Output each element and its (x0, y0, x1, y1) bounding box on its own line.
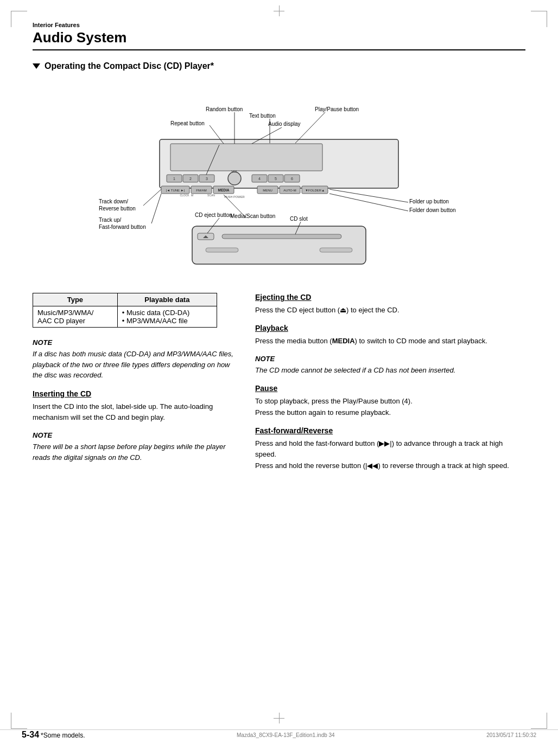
svg-text:VOL: VOL (231, 170, 238, 173)
svg-text:Fast-forward button: Fast-forward button (99, 224, 146, 230)
date-info: 2013/05/17 11:50:32 (486, 732, 536, 738)
svg-text:CD slot: CD slot (290, 216, 308, 222)
corner-mark-br (531, 713, 547, 729)
svg-point-8 (228, 172, 241, 185)
svg-text:CLOCK: CLOCK (180, 194, 189, 197)
svg-text:1: 1 (173, 177, 175, 181)
footnote: *Some models. (41, 732, 85, 739)
svg-text:FM/AM: FM/AM (196, 189, 206, 192)
svg-rect-34 (222, 234, 341, 239)
crosshair-top (274, 5, 284, 16)
svg-text:MEDIA: MEDIA (218, 188, 230, 192)
svg-text:2: 2 (189, 177, 192, 181)
triangle-icon (33, 63, 40, 69)
svg-text:Repeat button: Repeat button (170, 120, 205, 126)
two-col-content: Type Playable data Music/MP3/WMA/AAC CD … (33, 293, 525, 479)
table-row: Music/MP3/WMA/AAC CD player • Music data… (33, 306, 217, 328)
svg-rect-38 (320, 248, 352, 252)
table-header-data: Playable data (117, 293, 217, 306)
svg-text:5: 5 (275, 177, 277, 181)
svg-text:6: 6 (291, 177, 293, 181)
svg-text:Random button: Random button (206, 106, 243, 112)
ejecting-cd-heading: Ejecting the CD (255, 293, 525, 302)
svg-line-55 (151, 194, 161, 223)
left-column: Type Playable data Music/MP3/WMA/AAC CD … (33, 293, 239, 479)
svg-text:|◄ TUNE ►|: |◄ TUNE ►| (166, 189, 185, 192)
page: Interior Features Audio System Operating… (0, 0, 558, 756)
corner-mark-bl (11, 713, 27, 729)
note1-label: NOTE (33, 338, 239, 347)
svg-text:4: 4 (258, 177, 261, 181)
cd-diagram-svg: 1 2 3 VOL 4 5 6 :00 |◄ TUNE ►| (89, 80, 469, 280)
table-cell-type: Music/MP3/WMA/AAC CD player (33, 306, 118, 328)
svg-text:MENU: MENU (263, 189, 272, 192)
svg-text:PUSH POWER: PUSH POWER (224, 195, 245, 198)
pause-body: To stop playback, press the Play/Pause b… (255, 396, 525, 419)
svg-text:M: M (191, 194, 193, 197)
inserting-cd-body: Insert the CD into the slot, label-side … (33, 401, 239, 424)
table-header-type: Type (33, 293, 118, 306)
svg-line-45 (295, 112, 325, 143)
page-number-area: 5-34 *Some models. (22, 730, 85, 740)
fast-forward-reverse-body: Press and hold the fast-forward button (… (255, 438, 525, 472)
svg-text:Audio display: Audio display (268, 121, 300, 127)
svg-text:Folder down button: Folder down button (409, 207, 456, 213)
crosshair-bottom (274, 713, 284, 723)
svg-line-61 (329, 194, 408, 211)
pause-heading: Pause (255, 384, 525, 393)
page-title: Audio System (33, 29, 525, 50)
note2-label: NOTE (33, 431, 239, 439)
corner-mark-tl (11, 11, 27, 27)
fast-forward-reverse-heading: Fast-forward/Reverse (255, 426, 525, 435)
playable-data-table: Type Playable data Music/MP3/WMA/AAC CD … (33, 293, 217, 328)
svg-text:Text button: Text button (249, 113, 276, 119)
file-info: Mazda3_8CX9-EA-13F_Edition1.indb 34 (237, 732, 335, 738)
note3-label: NOTE (255, 355, 525, 363)
svg-text:Reverse button: Reverse button (99, 206, 136, 212)
svg-line-52 (143, 189, 161, 206)
playback-heading: Playback (255, 324, 525, 332)
svg-text:3: 3 (206, 177, 208, 181)
svg-text:AUTO-M: AUTO-M (283, 189, 296, 192)
cd-player-diagram: 1 2 3 VOL 4 5 6 :00 |◄ TUNE ►| (89, 80, 469, 282)
note1-text: If a disc has both music data (CD-DA) an… (33, 349, 239, 381)
svg-text:Play/Pause button: Play/Pause button (315, 106, 359, 112)
svg-text:Track down/: Track down/ (99, 198, 128, 204)
svg-text:Track up/: Track up/ (99, 217, 122, 223)
svg-text:Media/Scan button: Media/Scan button (230, 213, 275, 219)
svg-text:CD eject button: CD eject button (195, 212, 232, 218)
note3-text: The CD mode cannot be selected if a CD h… (255, 365, 525, 376)
footer: 5-34 *Some models. Mazda3_8CX9-EA-13F_Ed… (0, 729, 558, 740)
ejecting-cd-body: Press the CD eject button (⏏) to eject t… (255, 305, 525, 316)
svg-line-59 (329, 189, 408, 202)
corner-mark-tr (531, 11, 547, 27)
main-heading: Operating the Compact Disc (CD) Player* (33, 61, 525, 71)
svg-rect-37 (206, 248, 238, 252)
svg-text:Folder up button: Folder up button (409, 198, 449, 204)
section-label: Interior Features (33, 22, 525, 28)
inserting-cd-heading: Inserting the CD (33, 389, 239, 398)
page-number: 5-34 (22, 730, 39, 739)
svg-rect-33 (192, 226, 366, 264)
right-column: Ejecting the CD Press the CD eject butto… (255, 293, 525, 479)
playback-body: Press the media button (MEDIA) to switch… (255, 336, 525, 347)
note2-text: There will be a short lapse before play … (33, 441, 239, 463)
svg-text:▼FOLDER▲: ▼FOLDER▲ (305, 189, 325, 192)
table-cell-data: • Music data (CD-DA)• MP3/WMA/AAC file (117, 306, 217, 328)
svg-text:SCAN: SCAN (207, 194, 215, 197)
svg-rect-1 (170, 144, 322, 171)
